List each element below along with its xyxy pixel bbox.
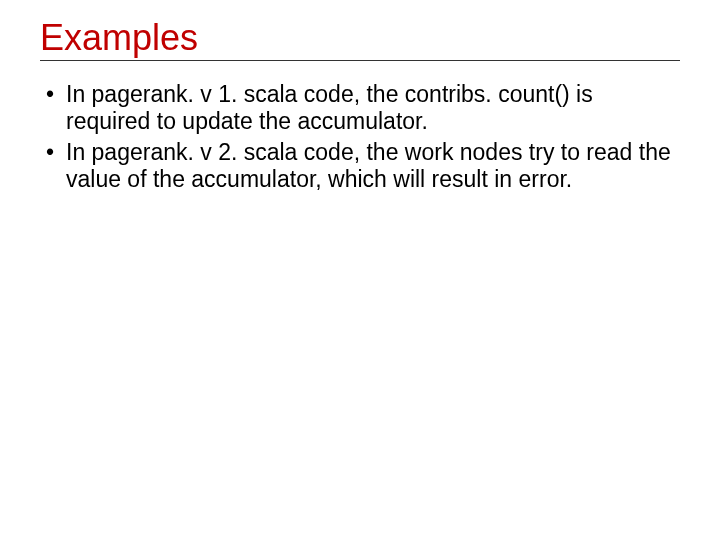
list-item: In pagerank. v 1. scala code, the contri… bbox=[44, 81, 680, 135]
slide-title: Examples bbox=[40, 18, 680, 61]
bullet-list: In pagerank. v 1. scala code, the contri… bbox=[40, 81, 680, 194]
list-item: In pagerank. v 2. scala code, the work n… bbox=[44, 139, 680, 193]
